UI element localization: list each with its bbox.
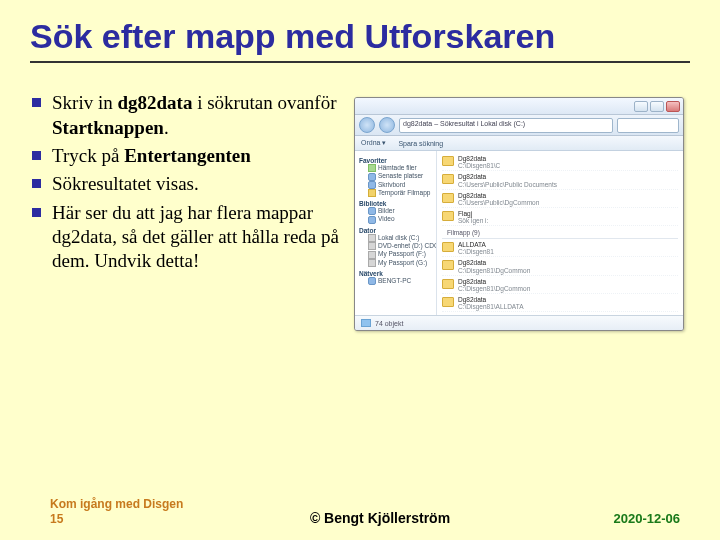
slide: Sök efter mapp med Utforskaren Skriv in … bbox=[0, 0, 720, 540]
result-path: C:\Disgen81\DgCommon bbox=[458, 285, 530, 292]
result-text: ALLDATAC:\Disgen81 bbox=[458, 241, 494, 255]
footer-left: Kom igång med Disgen 15 bbox=[0, 497, 200, 526]
slide-title: Sök efter mapp med Utforskaren bbox=[30, 18, 690, 63]
label: Temporär Filmapp bbox=[378, 189, 430, 196]
bullet-item: Här ser du att jag har flera mappar dg2d… bbox=[30, 201, 340, 274]
drive-icon bbox=[368, 251, 376, 259]
result-name: Dg82data bbox=[458, 296, 524, 303]
label: Video bbox=[378, 215, 395, 222]
back-button[interactable] bbox=[359, 117, 375, 133]
result-row[interactable]: FlagjSök igen i: bbox=[442, 209, 678, 226]
result-path: C:\Disgen81\DgCommon bbox=[458, 267, 530, 274]
footer: Kom igång med Disgen 15 © Bengt Kjöllers… bbox=[0, 497, 720, 526]
result-row[interactable]: Dg82dataC:\Disgen81\ALLDATA bbox=[442, 295, 678, 312]
bold-text: Entertangenten bbox=[124, 145, 251, 166]
bold-text: dg82data bbox=[117, 92, 192, 113]
result-path: C:\Users\Public\Public Documents bbox=[458, 181, 557, 188]
result-name: Dg82data bbox=[458, 155, 500, 162]
drive-icon bbox=[368, 259, 376, 267]
folder-icon bbox=[442, 242, 454, 252]
folder-icon bbox=[442, 156, 454, 166]
dvd-icon bbox=[368, 242, 376, 250]
recent-icon bbox=[368, 173, 376, 181]
address-bar[interactable]: dg82data – Sökresultat i Lokal disk (C:) bbox=[399, 118, 613, 133]
results-pane: Dg82dataC:\Disgen81\C Dg82dataC:\Users\P… bbox=[437, 151, 683, 315]
content-row: Skriv in dg82data i sökrutan ovanför Sta… bbox=[30, 91, 690, 325]
drive-icon bbox=[368, 234, 376, 242]
search-input[interactable] bbox=[617, 118, 679, 133]
result-text: Dg82dataC:\Disgen81\C bbox=[458, 155, 500, 169]
result-path: C:\Disgen81\ALLDATA bbox=[458, 303, 524, 310]
bullet-item: Skriv in dg82data i sökrutan ovanför Sta… bbox=[30, 91, 340, 140]
footer-page: 15 bbox=[50, 512, 63, 526]
computer-icon bbox=[368, 277, 376, 285]
sidebar-item[interactable]: Lokal disk (C:) bbox=[359, 234, 432, 242]
sidebar-item[interactable]: Senaste platser bbox=[359, 172, 432, 180]
label: Senaste platser bbox=[378, 172, 423, 179]
folder-icon bbox=[368, 189, 376, 197]
maximize-button[interactable] bbox=[650, 101, 664, 112]
result-row[interactable]: Dg82dataC:\Disgen81\DgCommon bbox=[442, 277, 678, 294]
sidebar-item[interactable]: My Passport (F:) bbox=[359, 250, 432, 258]
footer-copyright: © Bengt Kjöllerström bbox=[200, 510, 560, 526]
footer-date: 2020-12-06 bbox=[560, 511, 720, 526]
result-text: Dg82dataC:\Users\Public\DgCommon bbox=[458, 192, 539, 206]
text: Skriv in bbox=[52, 92, 117, 113]
bullet-item: Tryck på Entertangenten bbox=[30, 144, 340, 168]
close-button[interactable] bbox=[666, 101, 680, 112]
result-name: Flagj bbox=[458, 210, 488, 217]
result-row[interactable]: Dg82dataC:\Disgen81\DgCommon bbox=[442, 258, 678, 275]
label: My Passport (F:) bbox=[378, 250, 426, 257]
result-name: ALLDATA bbox=[458, 241, 494, 248]
sidebar-item[interactable]: Video bbox=[359, 215, 432, 223]
bullet-list: Skriv in dg82data i sökrutan ovanför Sta… bbox=[30, 91, 340, 325]
result-name: Dg82data bbox=[458, 192, 539, 199]
status-text: 74 objekt bbox=[375, 320, 403, 327]
folder-icon bbox=[442, 211, 454, 221]
status-bar: 74 objekt bbox=[355, 315, 683, 330]
sidebar-item[interactable]: Temporär Filmapp bbox=[359, 189, 432, 197]
sidebar-item[interactable]: DVD-enhet (D:) CDG_IK_2012 bbox=[359, 242, 432, 250]
label: DVD-enhet (D:) CDG_IK_2012 bbox=[378, 242, 437, 249]
folder-icon bbox=[442, 260, 454, 270]
text: Tryck på bbox=[52, 145, 124, 166]
sidebar-group-computer[interactable]: Dator bbox=[359, 227, 432, 234]
folder-icon bbox=[442, 193, 454, 203]
result-text: Dg82dataC:\Disgen81\ALLDATA bbox=[458, 296, 524, 310]
result-row[interactable]: Dg82dataC:\Users\Public\Public Documents bbox=[442, 172, 678, 189]
window-body: Favoriter Hämtade filer Senaste platser … bbox=[355, 151, 683, 315]
result-row[interactable]: ALLDATAC:\Disgen81 bbox=[442, 240, 678, 257]
result-row[interactable]: Dg82dataC:\Users\Public\DgCommon bbox=[442, 191, 678, 208]
sidebar-item[interactable]: Skrivbord bbox=[359, 181, 432, 189]
forward-button[interactable] bbox=[379, 117, 395, 133]
window-titlebar bbox=[355, 98, 683, 115]
result-text: Dg82dataC:\Users\Public\Public Documents bbox=[458, 173, 557, 187]
footer-series: Kom igång med Disgen bbox=[50, 497, 183, 511]
text: Här ser du att jag har flera mappar dg2d… bbox=[52, 202, 339, 272]
desktop-icon bbox=[368, 181, 376, 189]
sidebar-item[interactable]: BENGT-PC bbox=[359, 277, 432, 285]
sidebar-group-libraries[interactable]: Bibliotek bbox=[359, 200, 432, 207]
result-path: C:\Disgen81 bbox=[458, 248, 494, 255]
result-row[interactable]: Dg82dataC:\Disgen81\C bbox=[442, 154, 678, 171]
sidebar-group-favorites[interactable]: Favoriter bbox=[359, 157, 432, 164]
toolbar-organize[interactable]: Ordna ▾ bbox=[361, 139, 386, 147]
text: . bbox=[164, 117, 169, 138]
result-path: C:\Users\Public\DgCommon bbox=[458, 199, 539, 206]
explorer-window: dg82data – Sökresultat i Lokal disk (C:)… bbox=[354, 97, 684, 331]
label: BENGT-PC bbox=[378, 277, 411, 284]
minimize-button[interactable] bbox=[634, 101, 648, 112]
download-icon bbox=[368, 164, 376, 172]
label: Skrivbord bbox=[378, 181, 405, 188]
toolbar-save-search[interactable]: Spara sökning bbox=[398, 140, 443, 147]
sidebar-group-network[interactable]: Nätverk bbox=[359, 270, 432, 277]
bold-text: Startknappen bbox=[52, 117, 164, 138]
result-text: Dg82dataC:\Disgen81\DgCommon bbox=[458, 259, 530, 273]
result-path: Sök igen i: bbox=[458, 217, 488, 224]
result-name: Dg82data bbox=[458, 259, 530, 266]
sidebar-item[interactable]: Hämtade filer bbox=[359, 164, 432, 172]
sidebar-item[interactable]: Bilder bbox=[359, 207, 432, 215]
sidebar-item[interactable]: My Passport (G:) bbox=[359, 259, 432, 267]
label: Lokal disk (C:) bbox=[378, 234, 420, 241]
text: Sökresultatet visas. bbox=[52, 173, 199, 194]
